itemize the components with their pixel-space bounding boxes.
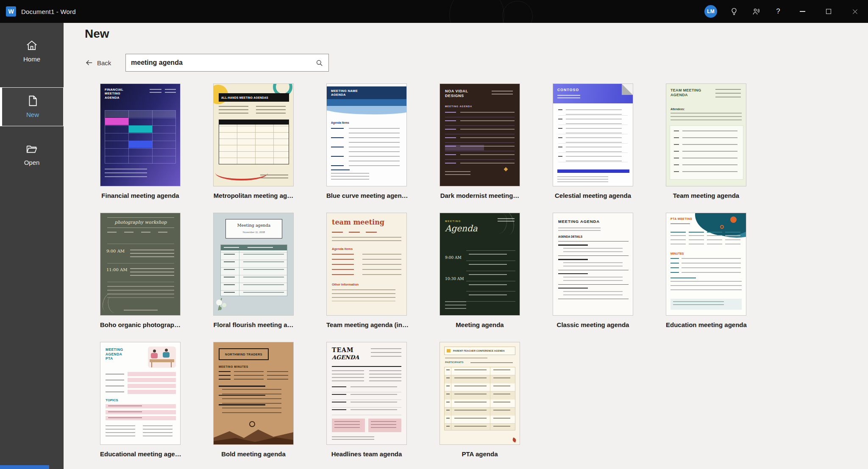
deco	[331, 169, 350, 170]
template-card[interactable]: MEETING AGENDA PTA TOPICS	[100, 342, 181, 458]
deco	[107, 228, 174, 228]
template-thumbnail: MEETING AGENDA AGENDA DETAILS	[553, 213, 633, 316]
thumb-title: Agenda	[445, 223, 478, 234]
open-folder-icon	[25, 142, 38, 155]
word-app-icon[interactable]: W	[6, 6, 16, 17]
template-card[interactable]: FINANCIAL MEETING AGENDA Financial meeti…	[100, 83, 181, 199]
deco	[445, 171, 470, 177]
deco	[558, 115, 628, 166]
deco	[243, 254, 284, 295]
minimize-icon	[800, 11, 805, 12]
presenter-icon[interactable]	[745, 0, 767, 23]
template-thumbnail: photography workshop 9:00 AM 11:00 AM	[100, 213, 181, 316]
deco	[673, 301, 724, 307]
template-thumbnail: Meeting agenda November 11, 2008	[213, 213, 294, 316]
deco	[720, 225, 724, 229]
thumb-title: PTA MEETING	[670, 217, 692, 221]
deco	[446, 369, 450, 429]
deco	[153, 350, 156, 352]
thumb-title: team meeting	[332, 218, 384, 227]
thumb-attendees: Attendees:	[670, 108, 685, 111]
thumb-section: TOPICS	[106, 398, 118, 402]
deco	[498, 218, 515, 222]
template-card[interactable]: TEAM AGENDA Headlines team agenda	[326, 342, 407, 458]
thumb-time: 10:30 AM	[445, 277, 464, 281]
template-card[interactable]: PARENT-TEACHER CONFERENCE AGENDA PARTICI…	[440, 342, 520, 458]
deco	[150, 359, 174, 362]
thumb-title: Meeting agenda	[226, 223, 282, 228]
template-card[interactable]: PTA MEETING MINUTES Education meeting ag…	[666, 213, 746, 328]
minimize-button[interactable]	[789, 0, 815, 23]
thumb-title: ALL-HANDS MEETING AGENDAS	[219, 93, 289, 102]
template-card[interactable]: Meeting agenda November 11, 2008 Floral …	[213, 213, 294, 328]
template-name: PTA agenda	[440, 450, 520, 458]
template-card[interactable]: NOA VIDAL DESIGNS MEETING AGENDA Dark mo…	[440, 83, 520, 199]
deco: Meeting agenda November 11, 2008	[225, 219, 282, 239]
deco	[256, 106, 286, 114]
page-title: New	[85, 27, 109, 41]
deco	[451, 367, 451, 430]
deco	[670, 281, 742, 294]
template-card[interactable]: team meeting Agenda Items Other Informat…	[326, 213, 407, 328]
maximize-button[interactable]	[815, 0, 842, 23]
thumb-illustration	[148, 347, 176, 368]
deco: PARENT-TEACHER CONFERENCE AGENDA	[444, 347, 515, 355]
search-input[interactable]	[131, 59, 315, 67]
deco	[224, 247, 239, 248]
deco	[105, 169, 147, 180]
deco	[130, 268, 174, 278]
template-card[interactable]: CONTOSO Celestial meeting agenda	[553, 83, 633, 199]
help-icon[interactable]: ?	[767, 0, 789, 23]
folder-icon	[447, 349, 451, 352]
template-name: Financial meeting agenda	[100, 192, 181, 199]
thumb-time: 11:00 AM	[106, 267, 127, 273]
deco	[492, 91, 513, 97]
deco	[108, 405, 142, 422]
back-label: Back	[97, 59, 111, 67]
template-name: Blue curve meeting agen…	[326, 192, 407, 199]
back-button[interactable]: Back	[85, 58, 111, 67]
template-card[interactable]: photography workshop 9:00 AM 11:00 AM Bo…	[100, 213, 181, 328]
deco	[445, 117, 515, 164]
avatar[interactable]: LM	[704, 5, 717, 18]
template-thumbnail: ALL-HANDS MEETING AGENDAS	[213, 83, 294, 186]
lightbulb-icon[interactable]	[723, 0, 745, 23]
template-card[interactable]: MEETING Agenda 9:00 AM 10:30 AM Meeting …	[440, 213, 520, 328]
template-card[interactable]: TEAM MEETING AGENDA Attendees: Team meet…	[666, 83, 746, 199]
deco	[107, 217, 174, 218]
deco	[470, 362, 513, 363]
deco	[219, 120, 289, 125]
deco	[707, 232, 722, 244]
maximize-icon	[826, 9, 831, 14]
deco	[332, 254, 354, 278]
deco	[670, 258, 679, 273]
thumb-time: 9:00 AM	[445, 255, 462, 260]
thumb-title: PARENT-TEACHER CONFERENCE AGENDA	[453, 350, 505, 352]
thumb-brand: CONTOSO	[557, 88, 579, 92]
sidebar-item-open[interactable]: Open	[0, 136, 64, 174]
deco	[454, 369, 487, 429]
template-name: Headlines team agenda	[326, 450, 407, 458]
thumb-title: MEETING AGENDA	[558, 219, 600, 224]
help-glyph: ?	[776, 7, 780, 16]
deco	[332, 232, 383, 233]
deco	[105, 118, 128, 125]
template-search-box	[125, 54, 329, 72]
template-thumbnail: MEETING NAME AGENDA Agenda Items	[326, 83, 407, 186]
template-card[interactable]: NORTHWIND TRADERS MEETING MINUTES Bold m…	[213, 342, 294, 458]
template-card[interactable]: MEETING AGENDA AGENDA DETAILS Classic me…	[553, 213, 633, 328]
template-card[interactable]: MEETING NAME AGENDA Agenda Items Blue cu…	[326, 83, 407, 199]
template-thumbnail: CONTOSO	[553, 83, 633, 186]
deco	[682, 258, 741, 273]
sidebar-item-label: New	[26, 111, 39, 118]
sidebar-item-new[interactable]: New	[0, 87, 64, 126]
template-card[interactable]: ALL-HANDS MEETING AGENDAS Metropolitan m…	[213, 83, 294, 199]
deco	[682, 130, 737, 175]
deco	[332, 370, 364, 381]
close-button[interactable]	[842, 0, 868, 23]
template-name: Floral flourish meeting a…	[213, 321, 294, 328]
sidebar-item-home[interactable]: Home	[0, 32, 64, 70]
search-icon[interactable]	[315, 59, 323, 67]
deco	[129, 141, 152, 148]
deco	[351, 386, 397, 414]
